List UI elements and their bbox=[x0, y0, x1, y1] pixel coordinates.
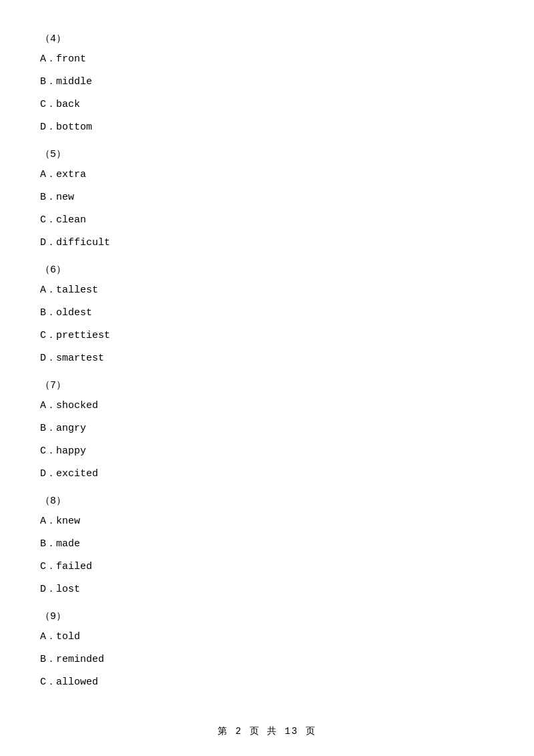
question-4-option-3: D．lost bbox=[40, 582, 494, 598]
question-3-option-3: D．excited bbox=[40, 466, 494, 482]
question-number-2: （6） bbox=[40, 263, 494, 276]
question-4-option-2: C．failed bbox=[40, 559, 494, 575]
question-number-5: （9） bbox=[40, 610, 494, 622]
question-2-option-2: C．prettiest bbox=[40, 328, 494, 344]
question-2-option-0: A．tallest bbox=[40, 282, 494, 299]
question-1-option-0: A．extra bbox=[40, 167, 494, 183]
question-5-option-1: B．reminded bbox=[40, 652, 494, 668]
question-0-option-2: C．back bbox=[40, 97, 494, 113]
question-number-1: （5） bbox=[40, 148, 494, 160]
question-3-option-2: C．happy bbox=[40, 443, 494, 459]
question-3-option-0: A．shocked bbox=[40, 398, 494, 414]
question-4-option-0: A．knew bbox=[40, 514, 494, 530]
page-content: （4）A．frontB．middleC．backD．bottom（5）A．ext… bbox=[0, 0, 534, 737]
question-5-option-0: A．told bbox=[40, 629, 494, 645]
question-0-option-0: A．front bbox=[40, 51, 494, 67]
question-2-option-1: B．oldest bbox=[40, 305, 494, 321]
question-0-option-1: B．middle bbox=[40, 74, 494, 90]
question-4-option-1: B．made bbox=[40, 536, 494, 552]
question-2-option-3: D．smartest bbox=[40, 351, 494, 367]
question-0-option-3: D．bottom bbox=[40, 120, 494, 136]
page-footer: 第 2 页 共 13 页 bbox=[0, 725, 534, 737]
question-number-0: （4） bbox=[40, 32, 494, 45]
question-number-4: （8） bbox=[40, 494, 494, 507]
footer-text: 第 2 页 共 13 页 bbox=[218, 726, 316, 737]
question-5-option-2: C．allowed bbox=[40, 675, 494, 691]
question-number-3: （7） bbox=[40, 379, 494, 391]
question-1-option-2: C．clean bbox=[40, 212, 494, 228]
question-1-option-1: B．new bbox=[40, 190, 494, 206]
question-1-option-3: D．difficult bbox=[40, 235, 494, 251]
question-3-option-1: B．angry bbox=[40, 421, 494, 437]
